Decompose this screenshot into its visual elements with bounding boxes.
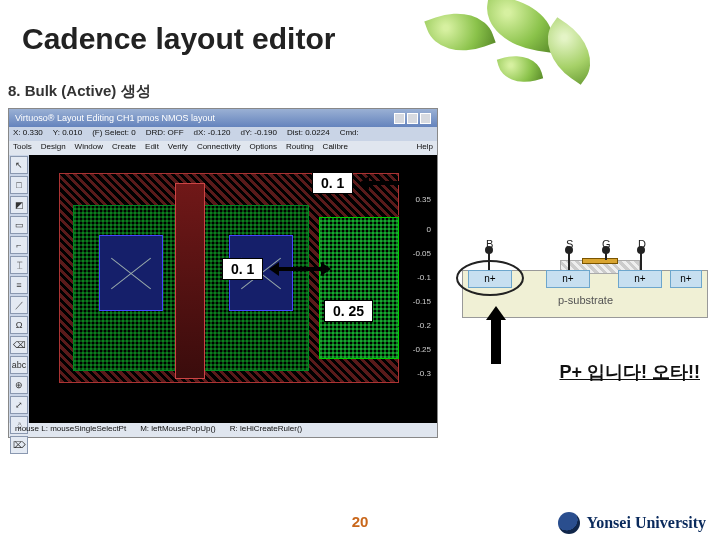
maximize-icon[interactable] — [407, 113, 418, 124]
layout-canvas[interactable]: 0.35 0 -0.05 -0.1 -0.15 -0.2 -0.25 -0.3 — [29, 155, 437, 423]
tool-label-icon[interactable]: abc — [10, 356, 28, 374]
tool-via-icon[interactable]: ⊕ — [10, 376, 28, 394]
double-arrow-horizontal-icon — [269, 262, 331, 276]
tool-move-icon[interactable]: ⤢ — [10, 396, 28, 414]
diffusion-extra: n+ — [670, 270, 702, 288]
pin-d — [640, 250, 642, 270]
menu-calibre[interactable]: Calibre — [323, 142, 348, 154]
ruler-tick: -0.05 — [413, 249, 431, 258]
dimension-mid: 0. 1 — [222, 258, 331, 280]
menu-window[interactable]: Window — [75, 142, 103, 154]
tool-wire-icon[interactable]: ／ — [10, 296, 28, 314]
close-icon[interactable] — [420, 113, 431, 124]
pointer-arrow-icon — [484, 306, 508, 364]
step-subtitle: 8. Bulk (Active) 생성 — [8, 82, 151, 101]
dimension-top-value: 0. 1 — [312, 172, 353, 194]
dimension-top: 0. 1 — [312, 172, 429, 194]
layer-poly-gate — [175, 183, 205, 379]
double-arrow-horizontal-icon — [359, 176, 429, 190]
cadence-status-bar: X: 0.330 Y: 0.010 (F) Select: 0 DRD: OFF… — [9, 127, 437, 141]
hint-right: R: leHiCreateRuler() — [230, 424, 302, 436]
cadence-window-title: Virtuoso® Layout Editing CH1 pmos NMOS l… — [15, 113, 215, 123]
tool-stretch-icon[interactable]: ⌶ — [10, 256, 28, 274]
cadence-titlebar[interactable]: Virtuoso® Layout Editing CH1 pmos NMOS l… — [9, 109, 437, 127]
menu-edit[interactable]: Edit — [145, 142, 159, 154]
dimension-mid-value: 0. 1 — [222, 258, 263, 280]
gate-oxide — [582, 258, 618, 264]
hint-left: mouse L: mouseSingleSelectPt — [15, 424, 126, 436]
status-drd: DRD: OFF — [146, 128, 184, 140]
menu-help[interactable]: Help — [417, 142, 433, 154]
tool-path-icon[interactable]: ⌐ — [10, 236, 28, 254]
page-title: Cadence layout editor — [22, 22, 335, 56]
diffusion-drain: n+ — [618, 270, 662, 288]
status-select: (F) Select: 0 — [92, 128, 136, 140]
university-logo: Yonsei University — [558, 512, 706, 534]
menu-design[interactable]: Design — [41, 142, 66, 154]
dimension-side-value: 0. 25 — [324, 300, 373, 322]
diffusion-source: n+ — [546, 270, 590, 288]
dimension-side: 0. 25 — [324, 300, 373, 322]
tool-rect1-icon[interactable]: □ — [10, 176, 28, 194]
ruler-tick: -0.1 — [417, 273, 431, 282]
ruler-tick: -0.2 — [417, 321, 431, 330]
tool-delete-icon[interactable]: ⌫ — [10, 336, 28, 354]
status-cmd: Cmd: — [340, 128, 359, 140]
status-dist: Dist: 0.0224 — [287, 128, 330, 140]
menu-tools[interactable]: Tools — [13, 142, 32, 154]
status-y: Y: 0.010 — [53, 128, 82, 140]
tool-select-icon[interactable]: ↖ — [10, 156, 28, 174]
typo-note: P+ 입니다! 오타!! — [559, 360, 700, 384]
ruler-tick: -0.25 — [413, 345, 431, 354]
substrate-label: p-substrate — [558, 294, 613, 306]
ruler-tick: 0.35 — [415, 195, 431, 204]
page-number: 20 — [352, 513, 369, 530]
university-name: Yonsei University — [586, 514, 706, 532]
slide-leaves-decoration — [390, 0, 650, 90]
layer-bulk-active — [319, 217, 399, 359]
tool-misc-icon[interactable]: ⌦ — [10, 436, 28, 454]
highlight-circle-icon — [456, 260, 524, 296]
tool-rect3-icon[interactable]: ▭ — [10, 216, 28, 234]
tool-rect2-icon[interactable]: ◩ — [10, 196, 28, 214]
ruler-tick: -0.15 — [413, 297, 431, 306]
ruler-tick: -0.3 — [417, 369, 431, 378]
tool-inst-icon[interactable]: Ω — [10, 316, 28, 334]
menu-create[interactable]: Create — [112, 142, 136, 154]
minimize-icon[interactable] — [394, 113, 405, 124]
cadence-menu-bar: Tools Design Window Create Edit Verify C… — [9, 141, 437, 155]
cadence-tool-palette: ↖ □ ◩ ▭ ⌐ ⌶ ≡ ／ Ω ⌫ abc ⊕ ⤢ ⎀ ⌦ — [9, 155, 29, 423]
menu-verify[interactable]: Verify — [168, 142, 188, 154]
menu-routing[interactable]: Routing — [286, 142, 314, 154]
layer-active-left — [99, 235, 163, 311]
double-arrow-vertical-icon — [398, 206, 414, 336]
status-dx: dX: -0.120 — [194, 128, 231, 140]
hint-middle: M: leftMousePopUp() — [140, 424, 216, 436]
menu-options[interactable]: Options — [249, 142, 277, 154]
pin-s — [568, 250, 570, 270]
shield-icon — [558, 512, 580, 534]
tool-align-icon[interactable]: ≡ — [10, 276, 28, 294]
cadence-hint-bar: mouse L: mouseSingleSelectPt M: leftMous… — [9, 423, 437, 437]
menu-connectivity[interactable]: Connectivity — [197, 142, 241, 154]
pin-g — [605, 250, 607, 260]
status-x: X: 0.330 — [13, 128, 43, 140]
ruler-tick: 0 — [427, 225, 431, 234]
status-dy: dY: -0.190 — [240, 128, 276, 140]
